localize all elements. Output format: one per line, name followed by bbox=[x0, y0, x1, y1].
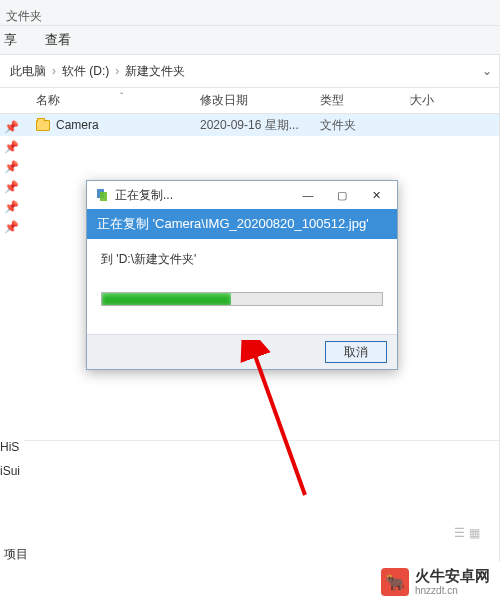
dialog-footer: 取消 bbox=[87, 334, 397, 369]
dialog-title: 正在复制... bbox=[115, 187, 291, 204]
dialog-titlebar[interactable]: 正在复制... — ▢ ✕ bbox=[87, 181, 397, 209]
progress-bar bbox=[101, 292, 383, 306]
dialog-banner: 正在复制 'Camera\IMG_20200820_100512.jpg' bbox=[87, 209, 397, 239]
minimize-button[interactable]: — bbox=[291, 184, 325, 206]
copy-dialog: 正在复制... — ▢ ✕ 正在复制 'Camera\IMG_20200820_… bbox=[86, 180, 398, 370]
dialog-overlay: 正在复制... — ▢ ✕ 正在复制 'Camera\IMG_20200820_… bbox=[0, 0, 500, 598]
svg-rect-1 bbox=[100, 192, 107, 201]
progress-fill bbox=[102, 293, 231, 305]
maximize-button[interactable]: ▢ bbox=[325, 184, 359, 206]
cancel-button[interactable]: 取消 bbox=[325, 341, 387, 363]
copy-pages-icon bbox=[95, 188, 109, 202]
close-button[interactable]: ✕ bbox=[359, 184, 393, 206]
dialog-destination: 到 'D:\新建文件夹' bbox=[101, 251, 383, 268]
